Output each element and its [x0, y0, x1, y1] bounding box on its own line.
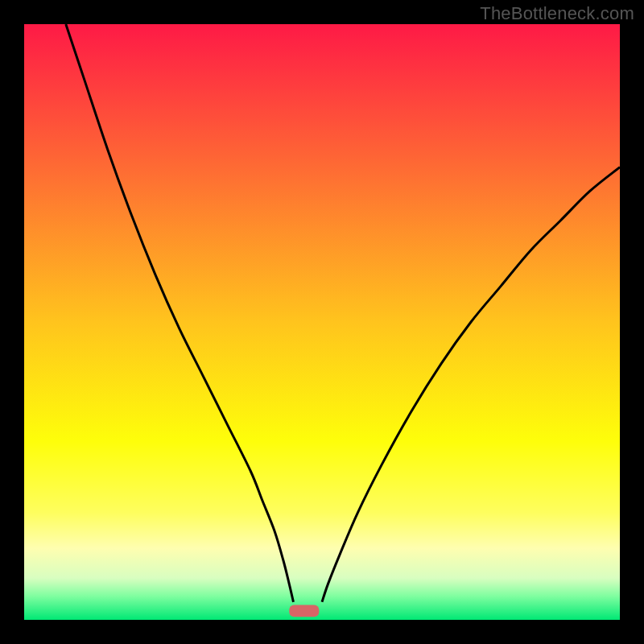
chart-svg — [24, 24, 620, 620]
gradient-background — [24, 24, 620, 620]
chart-container: TheBottleneck.com — [0, 0, 644, 644]
optimal-marker — [289, 605, 319, 617]
watermark-text: TheBottleneck.com — [480, 3, 634, 24]
plot-area — [24, 24, 620, 620]
